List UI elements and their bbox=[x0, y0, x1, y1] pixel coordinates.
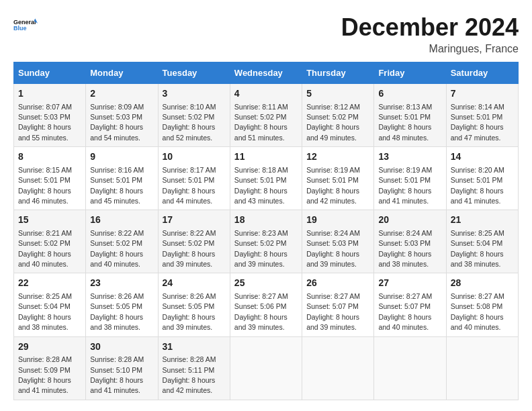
svg-text:General: General bbox=[13, 19, 36, 26]
cell-info: Sunrise: 8:23 AMSunset: 5:02 PMDaylight:… bbox=[234, 229, 288, 268]
day-number: 15 bbox=[18, 214, 81, 227]
calendar-table: SundayMondayTuesdayWednesdayThursdayFrid… bbox=[13, 62, 519, 400]
calendar-cell: 5 Sunrise: 8:12 AMSunset: 5:02 PMDayligh… bbox=[302, 84, 374, 147]
calendar-cell: 20 Sunrise: 8:24 AMSunset: 5:03 PMDaylig… bbox=[374, 210, 446, 273]
day-number: 3 bbox=[163, 87, 226, 101]
calendar-cell: 24 Sunrise: 8:26 AMSunset: 5:05 PMDaylig… bbox=[158, 273, 230, 336]
day-number: 9 bbox=[90, 150, 153, 164]
cell-info: Sunrise: 8:15 AMSunset: 5:01 PMDaylight:… bbox=[18, 166, 72, 205]
day-number: 31 bbox=[163, 340, 226, 354]
cell-info: Sunrise: 8:24 AMSunset: 5:03 PMDaylight:… bbox=[378, 229, 432, 268]
day-number: 11 bbox=[234, 150, 298, 164]
week-row-2: 8 Sunrise: 8:15 AMSunset: 5:01 PMDayligh… bbox=[14, 147, 519, 210]
page-header: General Blue December 2024 Maringues, Fr… bbox=[13, 13, 519, 55]
cell-info: Sunrise: 8:19 AMSunset: 5:01 PMDaylight:… bbox=[378, 166, 432, 205]
cell-info: Sunrise: 8:25 AMSunset: 5:04 PMDaylight:… bbox=[451, 229, 504, 268]
day-number: 18 bbox=[234, 214, 298, 227]
day-number: 8 bbox=[18, 150, 81, 164]
calendar-cell: 13 Sunrise: 8:19 AMSunset: 5:01 PMDaylig… bbox=[374, 147, 446, 210]
calendar-cell: 11 Sunrise: 8:18 AMSunset: 5:01 PMDaylig… bbox=[230, 147, 302, 210]
cell-info: Sunrise: 8:28 AMSunset: 5:09 PMDaylight:… bbox=[18, 355, 72, 394]
calendar-cell: 2 Sunrise: 8:09 AMSunset: 5:03 PMDayligh… bbox=[86, 84, 158, 147]
week-row-4: 22 Sunrise: 8:25 AMSunset: 5:04 PMDaylig… bbox=[14, 273, 519, 336]
week-row-5: 29 Sunrise: 8:28 AMSunset: 5:09 PMDaylig… bbox=[14, 336, 519, 400]
day-number: 14 bbox=[451, 150, 514, 164]
cell-info: Sunrise: 8:27 AMSunset: 5:07 PMDaylight:… bbox=[378, 292, 432, 331]
calendar-cell: 6 Sunrise: 8:13 AMSunset: 5:01 PMDayligh… bbox=[374, 84, 446, 147]
day-number: 16 bbox=[90, 214, 153, 227]
calendar-cell bbox=[446, 336, 518, 400]
day-number: 10 bbox=[163, 150, 226, 164]
day-number: 4 bbox=[234, 87, 298, 101]
cell-info: Sunrise: 8:07 AMSunset: 5:03 PMDaylight:… bbox=[18, 103, 72, 142]
day-number: 26 bbox=[306, 277, 369, 290]
cell-info: Sunrise: 8:14 AMSunset: 5:01 PMDaylight:… bbox=[451, 103, 504, 142]
logo-svg: General Blue bbox=[13, 13, 38, 38]
day-number: 20 bbox=[378, 214, 441, 227]
cell-info: Sunrise: 8:09 AMSunset: 5:03 PMDaylight:… bbox=[90, 103, 144, 142]
day-number: 17 bbox=[163, 214, 226, 227]
cell-info: Sunrise: 8:18 AMSunset: 5:01 PMDaylight:… bbox=[234, 166, 288, 205]
cell-info: Sunrise: 8:17 AMSunset: 5:01 PMDaylight:… bbox=[163, 166, 216, 205]
day-number: 29 bbox=[18, 340, 81, 354]
calendar-cell: 17 Sunrise: 8:22 AMSunset: 5:02 PMDaylig… bbox=[158, 210, 230, 273]
cell-info: Sunrise: 8:28 AMSunset: 5:11 PMDaylight:… bbox=[163, 355, 216, 394]
cell-info: Sunrise: 8:24 AMSunset: 5:03 PMDaylight:… bbox=[306, 229, 360, 268]
cell-info: Sunrise: 8:10 AMSunset: 5:02 PMDaylight:… bbox=[163, 103, 216, 142]
calendar-cell: 25 Sunrise: 8:27 AMSunset: 5:06 PMDaylig… bbox=[230, 273, 302, 336]
calendar-cell: 15 Sunrise: 8:21 AMSunset: 5:02 PMDaylig… bbox=[14, 210, 86, 273]
cell-info: Sunrise: 8:25 AMSunset: 5:04 PMDaylight:… bbox=[18, 292, 72, 331]
day-number: 2 bbox=[90, 87, 153, 101]
calendar-cell: 4 Sunrise: 8:11 AMSunset: 5:02 PMDayligh… bbox=[230, 84, 302, 147]
day-number: 6 bbox=[378, 87, 441, 101]
day-number: 13 bbox=[378, 150, 441, 164]
cell-info: Sunrise: 8:12 AMSunset: 5:02 PMDaylight:… bbox=[306, 103, 360, 142]
cell-info: Sunrise: 8:26 AMSunset: 5:05 PMDaylight:… bbox=[90, 292, 144, 331]
location-title: Maringues, France bbox=[341, 43, 519, 55]
day-number: 1 bbox=[18, 87, 81, 101]
calendar-cell: 29 Sunrise: 8:28 AMSunset: 5:09 PMDaylig… bbox=[14, 336, 86, 400]
calendar-cell: 27 Sunrise: 8:27 AMSunset: 5:07 PMDaylig… bbox=[374, 273, 446, 336]
cell-info: Sunrise: 8:13 AMSunset: 5:01 PMDaylight:… bbox=[378, 103, 432, 142]
cell-info: Sunrise: 8:11 AMSunset: 5:02 PMDaylight:… bbox=[234, 103, 288, 142]
calendar-cell: 21 Sunrise: 8:25 AMSunset: 5:04 PMDaylig… bbox=[446, 210, 518, 273]
day-number: 22 bbox=[18, 277, 81, 290]
cell-info: Sunrise: 8:21 AMSunset: 5:02 PMDaylight:… bbox=[18, 229, 72, 268]
header-cell-wednesday: Wednesday bbox=[230, 62, 302, 84]
day-number: 25 bbox=[234, 277, 298, 290]
cell-info: Sunrise: 8:27 AMSunset: 5:08 PMDaylight:… bbox=[451, 292, 504, 331]
cell-info: Sunrise: 8:19 AMSunset: 5:01 PMDaylight:… bbox=[306, 166, 360, 205]
calendar-cell: 12 Sunrise: 8:19 AMSunset: 5:01 PMDaylig… bbox=[302, 147, 374, 210]
day-number: 5 bbox=[306, 87, 369, 101]
calendar-cell: 22 Sunrise: 8:25 AMSunset: 5:04 PMDaylig… bbox=[14, 273, 86, 336]
calendar-cell: 10 Sunrise: 8:17 AMSunset: 5:01 PMDaylig… bbox=[158, 147, 230, 210]
cell-info: Sunrise: 8:28 AMSunset: 5:10 PMDaylight:… bbox=[90, 355, 144, 394]
week-row-3: 15 Sunrise: 8:21 AMSunset: 5:02 PMDaylig… bbox=[14, 210, 519, 273]
logo: General Blue bbox=[13, 13, 38, 38]
day-number: 21 bbox=[451, 214, 514, 227]
calendar-cell: 28 Sunrise: 8:27 AMSunset: 5:08 PMDaylig… bbox=[446, 273, 518, 336]
calendar-cell: 31 Sunrise: 8:28 AMSunset: 5:11 PMDaylig… bbox=[158, 336, 230, 400]
svg-text:Blue: Blue bbox=[13, 25, 27, 32]
day-number: 24 bbox=[163, 277, 226, 290]
cell-info: Sunrise: 8:26 AMSunset: 5:05 PMDaylight:… bbox=[163, 292, 216, 331]
cell-info: Sunrise: 8:22 AMSunset: 5:02 PMDaylight:… bbox=[90, 229, 144, 268]
header-cell-sunday: Sunday bbox=[14, 62, 86, 84]
calendar-cell: 8 Sunrise: 8:15 AMSunset: 5:01 PMDayligh… bbox=[14, 147, 86, 210]
day-number: 23 bbox=[90, 277, 153, 290]
title-area: December 2024 Maringues, France bbox=[341, 13, 519, 55]
week-row-1: 1 Sunrise: 8:07 AMSunset: 5:03 PMDayligh… bbox=[14, 84, 519, 147]
day-number: 28 bbox=[451, 277, 514, 290]
day-number: 30 bbox=[90, 340, 153, 354]
header-cell-saturday: Saturday bbox=[446, 62, 518, 84]
header-cell-thursday: Thursday bbox=[302, 62, 374, 84]
calendar-cell bbox=[230, 336, 302, 400]
calendar-cell: 3 Sunrise: 8:10 AMSunset: 5:02 PMDayligh… bbox=[158, 84, 230, 147]
cell-info: Sunrise: 8:22 AMSunset: 5:02 PMDaylight:… bbox=[163, 229, 216, 268]
calendar-cell: 18 Sunrise: 8:23 AMSunset: 5:02 PMDaylig… bbox=[230, 210, 302, 273]
header-row: SundayMondayTuesdayWednesdayThursdayFrid… bbox=[14, 62, 519, 84]
day-number: 19 bbox=[306, 214, 369, 227]
calendar-cell: 14 Sunrise: 8:20 AMSunset: 5:01 PMDaylig… bbox=[446, 147, 518, 210]
calendar-cell: 26 Sunrise: 8:27 AMSunset: 5:07 PMDaylig… bbox=[302, 273, 374, 336]
cell-info: Sunrise: 8:20 AMSunset: 5:01 PMDaylight:… bbox=[451, 166, 504, 205]
